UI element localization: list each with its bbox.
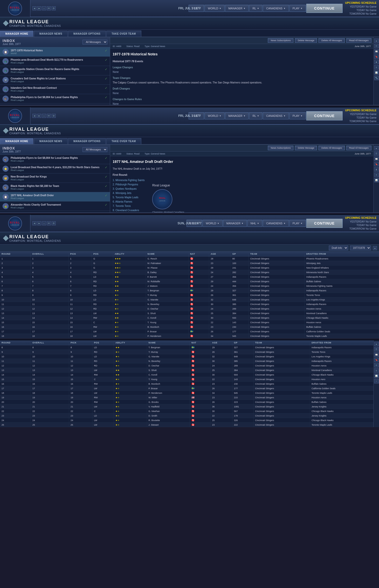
side-icon-s2-3[interactable]: 📰 — [374, 157, 379, 161]
table-row[interactable]: 15 15 15 C ★★ T. Young 🇨🇦 22 143 Cincinn… — [0, 320, 379, 325]
inbox-filter-1[interactable]: All Messages — [83, 40, 107, 45]
table-row[interactable]: 14 14 14 RW ★★ C. Koroll 🇨🇦 30 593 Cinci… — [0, 316, 379, 320]
settings-arrow-3[interactable]: ⚙ — [52, 221, 56, 225]
pick-2[interactable]: 2. Pittsburgh Penguins — [113, 183, 138, 186]
table-row[interactable]: 3 3 3 G ★★★ M. Plasse 🇨🇦 29 241 Cincinna… — [0, 266, 379, 270]
draft-info-selector[interactable]: Draft Info — [329, 246, 348, 250]
pick-7[interactable]: 7. Toronto Toros — [113, 205, 131, 207]
mail-arrow-2[interactable]: ✉ — [47, 114, 51, 118]
inbox-messages-2[interactable]: 🦅 Philadelphia Flyers to Get $8,004 for … — [0, 155, 110, 212]
world-btn[interactable]: WORLD ▼ — [205, 5, 225, 12]
play-btn[interactable]: PLAY ▼ — [289, 5, 306, 12]
side-icon-s3-7[interactable]: 📊 — [374, 374, 379, 378]
side-icon-s2-6[interactable]: $ — [374, 172, 379, 177]
table-row[interactable]: 8 8 8 LD ★★ T. Bergman 🇸🇪 29 327 Cincinn… — [0, 345, 379, 350]
side-icon-5[interactable]: ♟ — [374, 60, 379, 64]
table-row[interactable]: 11 11 11 RD ★★ N. Beverley 🇨🇦 30 385 Cin… — [0, 359, 379, 363]
side-icon-s3-6[interactable]: $ — [374, 368, 379, 373]
tab-manager-home-2[interactable]: MANAGER HOME — [0, 138, 33, 144]
read-all-btn-2[interactable]: Read All Messages — [346, 146, 371, 150]
table-row[interactable]: 21 21 21 LW ★★ V. Hadfield 🇨🇦 36 1081 Ci… — [0, 404, 379, 409]
mail-arrow[interactable]: ✉ — [47, 6, 51, 10]
table-row[interactable]: 2 2 2 G ★★★ M. Palmateer 🇨🇦 23 100 Cinci… — [0, 261, 379, 266]
inbox-filter-2[interactable]: All Messages — [83, 147, 107, 152]
msg-item-flyers[interactable]: 🦅 Philadelphia Flyers to Get $8,004 for … — [0, 94, 110, 103]
pick-3[interactable]: 3. Quebec Nordiques — [113, 187, 137, 190]
tab-manager-news-1[interactable]: MANAGER NEWS — [34, 31, 67, 37]
canadiens-btn[interactable]: CANADIENS ▼ — [263, 5, 289, 12]
table-row[interactable]: 6 6 6 RD ★★ M. Robitaille 🇨🇦 29 444 Cinc… — [0, 279, 379, 284]
side-icon-2[interactable]: ☰ — [374, 44, 379, 48]
side-icon-3[interactable]: 📰 — [374, 49, 379, 54]
table-row[interactable]: 5 5 5 LD ★★ F. Barrett 🇨🇦 27 356 Cincinn… — [0, 275, 379, 279]
tab-manager-options-1[interactable]: MANAGER OPTIONS — [68, 31, 106, 37]
msg-item-crusaders[interactable]: ⚔️ Crusaders Sell Game Rights to Local S… — [0, 75, 110, 85]
rl-btn[interactable]: RL ▼ — [249, 5, 262, 12]
delete-all-btn-2[interactable]: Delete All Messages — [318, 146, 345, 150]
home-arrow-3[interactable]: ⌂ — [42, 221, 46, 225]
table-row[interactable]: 13 13 13 LW ★★ S. Shutt 🇨🇦 25 384 Cincin… — [0, 368, 379, 373]
table-row[interactable]: 22 22 22 C ★★ G. Meehan 🇨🇦 30 567 Cincin… — [0, 409, 379, 413]
side-icon-s3-5[interactable]: ⚙ — [374, 363, 379, 367]
rl-btn-2[interactable]: RL ▼ — [249, 112, 262, 119]
side-icon-s3-8[interactable]: + — [374, 379, 379, 383]
table-row[interactable]: 8 8 8 LD ★★ T. Bergman 🇸🇪 29 327 Cincinn… — [0, 288, 379, 293]
table-row[interactable]: 20 20 20 RW ★★ G. Brooks 🇨🇦 26 223 Cinci… — [0, 400, 379, 404]
tab-manager-news-2[interactable]: MANAGER NEWS — [34, 138, 67, 144]
back-arrow-2[interactable]: ◄ — [32, 114, 36, 118]
pick-1[interactable]: 1. Minnesota Fighting Saints — [113, 179, 145, 182]
play-btn-3[interactable]: PLAY ▼ — [289, 220, 306, 227]
table-row[interactable]: 1 1 1 G ★★★ G. Resch 🇨🇦 28 80 Cincinnati… — [0, 256, 379, 261]
nhl-btn-3[interactable]: NHL ▼ — [247, 220, 263, 227]
canadiens-btn-3[interactable]: CANADIENS ▼ — [263, 220, 289, 227]
manager-btn-3[interactable]: MANAGER ▼ — [223, 220, 247, 227]
side-icon-1[interactable]: ▲ — [374, 38, 379, 43]
forward-arrow-2[interactable]: ► — [37, 114, 41, 118]
read-all-btn-1[interactable]: Read All Messages — [346, 38, 371, 43]
tab-take-over-team-1[interactable]: TAKE OVER TEAM — [106, 31, 141, 37]
side-icon-7[interactable]: 📊 — [374, 70, 379, 75]
table-row[interactable]: 18 18 18 LW ★★ P. Henderson 🇨🇦 34 945 Ci… — [0, 334, 379, 338]
msg-item-draft-order[interactable]: 📋 1977 NHL Amateur Draft Draft Order Riv… — [0, 192, 110, 202]
home-arrow-2[interactable]: ⌂ — [42, 114, 46, 118]
msg-item-northstars[interactable]: ⭐ Local Broadcast Deal Reached for 4 yea… — [0, 103, 110, 105]
back-arrow[interactable]: ◄ — [32, 6, 36, 10]
table-row[interactable]: 25 25 25 LW ★★ J. Stewart 🇨🇦 23 222 Cinc… — [0, 423, 379, 427]
table-row[interactable]: 10 10 10 LD ★★ G. Marotte 🇨🇦 32 848 Cinc… — [0, 354, 379, 359]
manager-btn-2[interactable]: MANAGER ▼ — [225, 112, 249, 119]
tab-manager-options-2[interactable]: MANAGER OPTIONS — [68, 138, 106, 144]
table-row[interactable]: 9 9 9 RD ★★ T. Murray 🇨🇦 26 361 Cincinna… — [0, 293, 379, 297]
side-icon-s3-2[interactable]: ☰ — [374, 347, 379, 352]
msg-item-kings[interactable]: 👑 New Broadcast Deal for Kings Rival Lea… — [0, 173, 110, 183]
pick-4[interactable]: 4. Winnipeg Jets — [113, 192, 131, 194]
table-row[interactable]: 18 18 18 LW ★★ P. Henderson 🇨🇦 34 945 Ci… — [0, 391, 379, 395]
msg-item-blackhawks[interactable]: 🦅 Black Hawks Rights Net $8,188 for Team… — [0, 183, 110, 192]
delete-all-btn[interactable]: Delete All Messages — [318, 38, 345, 43]
manager-btn[interactable]: MANAGER ▼ — [225, 5, 249, 12]
side-icon-s2-5[interactable]: ♟ — [374, 167, 379, 172]
side-icon-4[interactable]: 🔖 — [374, 54, 379, 59]
msg-item-westfall[interactable]: 🏒 Exclusive: Islanders RW Westfall to Qu… — [0, 211, 110, 212]
table-row[interactable]: 15 15 15 C ★★ T. Young 🇨🇦 22 143 Cincinn… — [0, 377, 379, 382]
continue-btn-1[interactable]: CONTINUE — [306, 4, 343, 13]
side-icon-s2-7[interactable]: 📊 — [374, 178, 379, 182]
table-row[interactable]: 14 14 14 RW ★★ C. Koroll 🇨🇦 30 593 Cinci… — [0, 373, 379, 377]
news-subscriptions-btn[interactable]: News Subscriptions — [268, 38, 293, 43]
pick-8[interactable]: 8. Cleveland Crusaders — [113, 209, 139, 212]
canadiens-btn-2[interactable]: CANADIENS ▼ — [263, 112, 289, 119]
table-row[interactable]: 11 11 11 RD ★★ N. Beverley 🇨🇦 30 385 Cin… — [0, 302, 379, 307]
side-icon-s3-3[interactable]: 📰 — [374, 352, 379, 357]
back-arrow-3[interactable]: ◄ — [32, 221, 36, 225]
delete-message-btn-2[interactable]: Delete Message — [295, 146, 317, 150]
play-btn-2[interactable]: PLAY ▼ — [289, 112, 306, 119]
side-icon-6[interactable]: $ — [374, 65, 379, 70]
tab-take-over-team-2[interactable]: TAKE OVER TEAM — [106, 138, 141, 144]
draft-scroll-up[interactable]: ▲ — [373, 246, 377, 250]
continue-btn-3[interactable]: CONTINUE — [306, 219, 343, 228]
world-btn-3[interactable]: WORLD ▼ — [203, 220, 223, 227]
table-row[interactable]: 17 17 17 LW ★★ P. Brasar 🇸🇪 26 177 Cinci… — [0, 329, 379, 334]
table-row[interactable]: 24 24 24 LW ★★ R. Boutette 🇨🇦 25 326 Cin… — [0, 418, 379, 423]
side-icon-s2-2[interactable]: ☰ — [374, 151, 379, 156]
settings-arrow-2[interactable]: ⚙ — [52, 114, 56, 118]
forward-arrow[interactable]: ► — [37, 6, 41, 10]
